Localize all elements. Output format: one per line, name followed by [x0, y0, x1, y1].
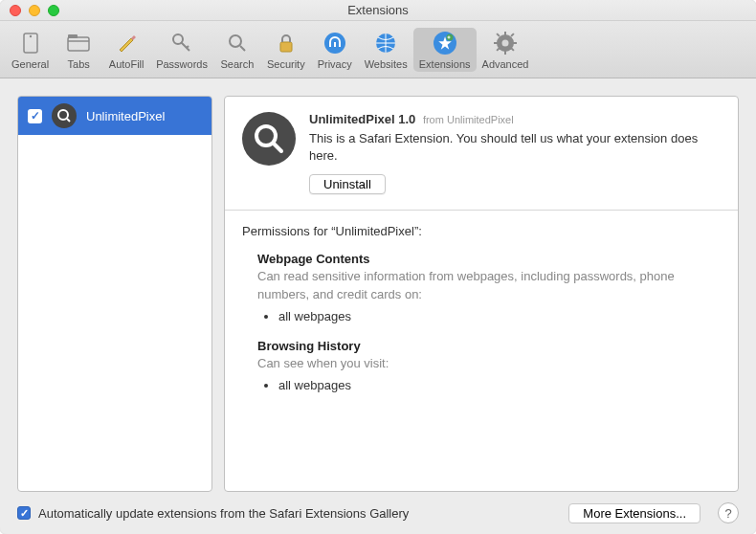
gear-icon: [492, 30, 519, 56]
search-icon: [224, 30, 251, 56]
tab-privacy[interactable]: Privacy: [311, 28, 359, 72]
extensions-icon: [432, 30, 458, 56]
toolbar-label: Search: [221, 58, 255, 70]
extension-detail-pane: UnlimitedPixel 1.0 from UnlimitedPixel T…: [224, 96, 739, 492]
toolbar-label: Privacy: [318, 58, 352, 70]
auto-update-label: Automatically update extensions from the…: [38, 506, 409, 521]
toolbar-label: AutoFill: [109, 58, 145, 70]
globe-icon: [372, 30, 399, 56]
tab-websites[interactable]: Websites: [359, 28, 413, 72]
permission-title: Webpage Contents: [257, 252, 721, 266]
extension-author: from UnlimitedPixel: [423, 114, 514, 125]
svg-point-13: [502, 39, 509, 46]
tab-tabs[interactable]: Tabs: [55, 28, 102, 72]
toolbar-label: Advanced: [482, 58, 529, 70]
svg-rect-18: [496, 33, 500, 36]
tab-advanced[interactable]: Advanced: [477, 28, 535, 72]
checkbox-icon[interactable]: ✓: [28, 109, 42, 123]
svg-point-22: [58, 110, 68, 120]
permission-desc: Can see when you visit:: [257, 355, 721, 372]
extensions-sidebar: ✓ UnlimitedPixel: [17, 96, 212, 492]
svg-rect-2: [68, 37, 89, 51]
footer: ✓ Automatically update extensions from t…: [0, 492, 756, 534]
help-button[interactable]: ?: [718, 502, 739, 523]
svg-rect-16: [494, 42, 498, 44]
tab-extensions[interactable]: Extensions: [413, 28, 477, 72]
permissions-section: Permissions for “UnlimitedPixel”: Webpag…: [225, 211, 738, 425]
svg-point-5: [230, 35, 241, 47]
permission-webpage-contents: Webpage Contents Can read sensitive info…: [257, 252, 721, 323]
tab-passwords[interactable]: Passwords: [150, 28, 213, 72]
auto-update-checkbox[interactable]: ✓: [17, 506, 31, 520]
permission-list: all webpages: [278, 378, 721, 392]
lock-icon: [273, 30, 300, 56]
preferences-window: Extensions General Tabs AutoFill Passwor…: [0, 0, 756, 534]
key-icon: [168, 30, 195, 56]
extension-description: This is a Safari Extension. You should t…: [309, 130, 721, 165]
titlebar: Extensions: [0, 0, 756, 21]
svg-rect-6: [280, 42, 292, 52]
extension-large-icon: [242, 112, 296, 166]
svg-rect-17: [513, 42, 517, 44]
tabs-icon: [65, 30, 92, 56]
extension-title: UnlimitedPixel 1.0: [309, 112, 415, 126]
permission-browsing-history: Browsing History Can see when you visit:…: [257, 339, 721, 392]
svg-rect-15: [504, 51, 506, 55]
detail-header: UnlimitedPixel 1.0 from UnlimitedPixel T…: [225, 97, 738, 211]
tab-security[interactable]: Security: [261, 28, 311, 72]
tab-general[interactable]: General: [6, 28, 55, 72]
permission-list-item: all webpages: [278, 378, 721, 392]
window-controls: [10, 5, 59, 16]
minimize-icon[interactable]: [29, 5, 40, 16]
extension-badge-icon: [52, 103, 77, 128]
toolbar-label: Passwords: [156, 58, 208, 70]
uninstall-button[interactable]: Uninstall: [309, 174, 386, 194]
toolbar-label: Websites: [365, 58, 408, 70]
tab-autofill[interactable]: AutoFill: [102, 28, 150, 72]
general-icon: [17, 30, 44, 56]
close-icon[interactable]: [10, 5, 21, 16]
privacy-icon: [322, 30, 348, 56]
window-title: Extensions: [0, 3, 756, 17]
svg-rect-20: [510, 33, 514, 36]
toolbar-label: General: [11, 58, 49, 70]
svg-point-1: [29, 34, 31, 36]
permissions-heading: Permissions for “UnlimitedPixel”:: [242, 224, 721, 238]
svg-rect-3: [68, 34, 78, 38]
autofill-icon: [113, 30, 140, 56]
toolbar-label: Security: [267, 58, 305, 70]
toolbar-label: Extensions: [419, 58, 471, 70]
sidebar-item-unlimitedpixel[interactable]: ✓ UnlimitedPixel: [18, 97, 211, 135]
maximize-icon[interactable]: [48, 5, 59, 16]
permission-list-item: all webpages: [278, 309, 721, 323]
toolbar: General Tabs AutoFill Passwords Search: [0, 21, 756, 78]
permission-list: all webpages: [278, 309, 721, 323]
content-area: ✓ UnlimitedPixel UnlimitedPixel 1.0 from…: [0, 78, 756, 492]
svg-rect-14: [504, 32, 506, 35]
sidebar-item-label: UnlimitedPixel: [86, 109, 165, 123]
tab-search[interactable]: Search: [213, 28, 261, 72]
permission-desc: Can read sensitive information from webp…: [257, 268, 721, 302]
more-extensions-button[interactable]: More Extensions...: [568, 503, 700, 523]
toolbar-label: Tabs: [68, 58, 90, 70]
permission-title: Browsing History: [257, 339, 721, 353]
